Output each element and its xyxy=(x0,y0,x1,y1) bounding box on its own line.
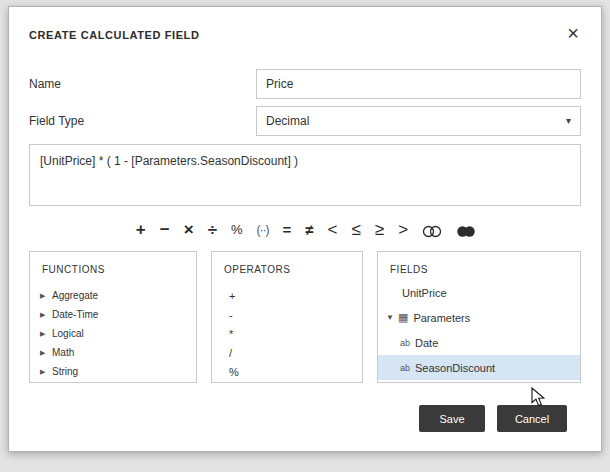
greater-equal-icon[interactable]: ≥ xyxy=(375,218,384,242)
create-calculated-field-dialog: CREATE CALCULATED FIELD × Name Field Typ… xyxy=(8,6,602,452)
not-equals-icon[interactable]: ≠ xyxy=(305,218,313,242)
ab-string-icon: ab xyxy=(400,363,410,373)
union-icon[interactable] xyxy=(456,225,476,238)
function-category-math[interactable]: ▶ Math xyxy=(30,343,196,362)
operator-toolbar: + − × ÷ % (··) = ≠ < ≤ ≥ > xyxy=(9,216,603,244)
operator-item[interactable]: - xyxy=(212,305,362,324)
operator-item-label: / xyxy=(229,347,232,359)
save-button[interactable]: Save xyxy=(419,405,485,432)
multiply-icon[interactable]: × xyxy=(184,218,194,242)
fields-panel: FIELDS UnitPrice ▼ ▦ Parameters ab Date … xyxy=(377,251,581,383)
operator-item[interactable]: + xyxy=(212,286,362,305)
fields-panel-title: FIELDS xyxy=(390,264,428,275)
field-item-label: UnitPrice xyxy=(402,287,447,299)
tree-item-label: Aggregate xyxy=(52,290,98,301)
greater-than-icon[interactable]: > xyxy=(398,218,408,242)
name-input[interactable] xyxy=(256,69,581,99)
minus-icon[interactable]: − xyxy=(160,218,170,242)
field-type-label: Field Type xyxy=(29,114,84,128)
operator-item-label: * xyxy=(229,328,233,340)
tree-item-label: String xyxy=(52,366,78,377)
operator-item[interactable]: % xyxy=(212,362,362,381)
close-icon[interactable]: × xyxy=(561,21,585,45)
table-icon: ▦ xyxy=(398,312,408,323)
operator-item[interactable]: * xyxy=(212,324,362,343)
operators-list: + - * / % xyxy=(212,286,362,381)
field-type-dropdown[interactable]: Decimal ▾ xyxy=(256,106,581,136)
less-equal-icon[interactable]: ≤ xyxy=(352,218,361,242)
functions-panel-title: FUNCTIONS xyxy=(42,264,105,275)
field-type-value: Decimal xyxy=(266,114,309,128)
operator-item-label: % xyxy=(229,366,239,378)
ab-string-icon: ab xyxy=(400,338,410,348)
expression-editor[interactable]: [UnitPrice] * ( 1 - [Parameters.SeasonDi… xyxy=(29,144,581,206)
dialog-title: CREATE CALCULATED FIELD xyxy=(29,29,199,41)
field-item-date[interactable]: ab Date xyxy=(378,330,580,355)
plus-icon[interactable]: + xyxy=(136,218,146,242)
percent-icon[interactable]: % xyxy=(231,218,243,242)
function-category-datetime[interactable]: ▶ Date-Time xyxy=(30,305,196,324)
chevron-down-icon: ▾ xyxy=(566,107,571,135)
triangle-right-icon: ▶ xyxy=(40,368,52,376)
field-item-seasondiscount[interactable]: ab SeasonDiscount xyxy=(378,355,580,380)
operators-panel-title: OPERATORS xyxy=(224,264,290,275)
functions-panel: FUNCTIONS ▶ Aggregate ▶ Date-Time ▶ Logi… xyxy=(29,251,197,383)
cancel-button[interactable]: Cancel xyxy=(497,405,567,432)
divide-icon[interactable]: ÷ xyxy=(208,218,217,242)
functions-tree: ▶ Aggregate ▶ Date-Time ▶ Logical ▶ Math… xyxy=(30,286,196,381)
intersection-icon[interactable] xyxy=(422,225,442,238)
tree-item-label: Math xyxy=(52,347,74,358)
tree-item-label: Date-Time xyxy=(52,309,98,320)
triangle-right-icon: ▶ xyxy=(40,292,52,300)
triangle-right-icon: ▶ xyxy=(40,311,52,319)
field-item-parameters[interactable]: ▼ ▦ Parameters xyxy=(378,305,580,330)
triangle-right-icon: ▶ xyxy=(40,330,52,338)
field-item-label: SeasonDiscount xyxy=(415,362,495,374)
name-label: Name xyxy=(29,77,61,91)
field-item-label: Parameters xyxy=(413,312,470,324)
operators-panel: OPERATORS + - * / % xyxy=(211,251,363,383)
parentheses-icon[interactable]: (··) xyxy=(257,218,269,242)
less-than-icon[interactable]: < xyxy=(328,218,338,242)
equals-icon[interactable]: = xyxy=(283,218,292,242)
function-category-logical[interactable]: ▶ Logical xyxy=(30,324,196,343)
field-item-unitprice[interactable]: UnitPrice xyxy=(378,280,580,305)
fields-list: UnitPrice ▼ ▦ Parameters ab Date ab Seas… xyxy=(378,280,580,380)
operator-item[interactable]: / xyxy=(212,343,362,362)
operator-item-label: - xyxy=(229,309,233,321)
tree-item-label: Logical xyxy=(52,328,84,339)
function-category-string[interactable]: ▶ String xyxy=(30,362,196,381)
triangle-right-icon: ▶ xyxy=(40,349,52,357)
function-category-aggregate[interactable]: ▶ Aggregate xyxy=(30,286,196,305)
field-item-label: Date xyxy=(415,337,438,349)
operator-item-label: + xyxy=(229,290,235,302)
triangle-down-icon[interactable]: ▼ xyxy=(386,313,398,322)
